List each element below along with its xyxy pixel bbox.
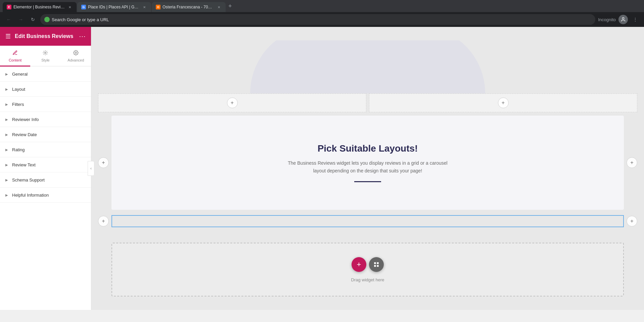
widget-container: Pick Suitable Layouts! The Business Revi… (111, 116, 624, 210)
add-col-right-button[interactable]: + (498, 97, 509, 108)
tab-favicon-places: G (81, 5, 86, 9)
svg-rect-4 (374, 262, 376, 264)
grid-icon[interactable]: ⋯ (79, 32, 86, 40)
accordion-rating-label: Rating (12, 147, 25, 152)
app-layout: ☰ Edit Business Reviews ⋯ Content (0, 27, 644, 310)
incognito-icon (618, 15, 628, 24)
empty-column-left: + (98, 93, 366, 112)
chevron-filters: ▶ (5, 103, 8, 106)
back-button[interactable]: ← (4, 15, 13, 24)
tab-favicon-elementor: E (7, 5, 11, 9)
forward-button[interactable]: → (16, 15, 26, 24)
tab-title-elementor: Elementor | Business Reviews (13, 5, 65, 9)
hamburger-icon[interactable]: ☰ (5, 33, 11, 40)
browser-menu[interactable]: ⋮ (631, 15, 640, 24)
svg-point-3 (75, 52, 77, 53)
tab-content[interactable]: Content (0, 46, 30, 67)
chevron-layout: ▶ (5, 87, 8, 91)
svg-point-1 (622, 17, 624, 19)
accordion-review-date[interactable]: ▶ Review Date (0, 127, 91, 142)
sidebar-tabs: Content Style Advanced (0, 46, 91, 67)
chevron-review-text: ▶ (5, 163, 8, 167)
accordion-filters-label: Filters (12, 102, 24, 107)
tab-places[interactable]: G Place IDs | Places API | Google... ✕ (77, 2, 151, 12)
accordion-review-date-label: Review Date (12, 132, 37, 137)
active-element[interactable] (111, 215, 624, 227)
add-widget-button[interactable]: + (352, 257, 366, 272)
widget-row: + Pick Suitable Layouts! The Business Re… (98, 116, 637, 210)
style-icon (43, 50, 48, 57)
add-active-left-button[interactable]: + (98, 216, 109, 227)
new-tab-button[interactable]: + (226, 3, 234, 10)
svg-rect-7 (377, 265, 379, 267)
sidebar: ☰ Edit Business Reviews ⋯ Content (0, 27, 91, 310)
tab-title-osteria: Osteria Francescana - 705 Photo... (163, 5, 214, 9)
add-col-left-button[interactable]: + (227, 97, 238, 108)
svg-rect-6 (374, 265, 376, 267)
add-active-right-button[interactable]: + (627, 216, 637, 227)
chevron-helpful-info: ▶ (5, 193, 8, 197)
sidebar-header: ☰ Edit Business Reviews ⋯ (0, 27, 91, 46)
tab-close-places[interactable]: ✕ (142, 4, 147, 10)
tab-close-elementor[interactable]: ✕ (67, 4, 73, 10)
accordion-helpful-info[interactable]: ▶ Helpful Information (0, 188, 91, 203)
tab-style-label: Style (41, 58, 49, 62)
drop-zone[interactable]: + Drag widget here (111, 243, 624, 296)
tab-bar: E Elementor | Business Reviews ✕ G Place… (0, 0, 644, 12)
accordion-schema-support-label: Schema Support (12, 177, 45, 183)
add-left-section-button[interactable]: + (98, 157, 109, 168)
accordion-layout-label: Layout (12, 87, 25, 92)
drop-zone-buttons: + (352, 257, 384, 272)
chevron-review-date: ▶ (5, 133, 8, 136)
accordion-list: ▶ General ▶ Layout ▶ Filters ▶ Rev (0, 67, 91, 203)
chevron-schema-support: ▶ (5, 178, 8, 182)
omnibar-url: Search Google or type a URL (52, 17, 591, 22)
accordion-reviewer-info-label: Reviewer Info (12, 117, 39, 122)
accordion-layout[interactable]: ▶ Layout (0, 82, 91, 97)
accordion-reviewer-info[interactable]: ▶ Reviewer Info (0, 112, 91, 127)
svg-point-2 (45, 52, 46, 53)
omnibar[interactable]: Search Google or type a URL (40, 14, 595, 25)
tab-title-places: Place IDs | Places API | Google... (88, 5, 140, 9)
sidebar-title: Edit Business Reviews (15, 33, 73, 39)
refresh-button[interactable]: ↻ (28, 15, 38, 24)
tab-close-osteria[interactable]: ✕ (216, 4, 222, 10)
add-right-section-button[interactable]: + (627, 157, 637, 168)
svg-rect-5 (377, 262, 379, 264)
omnibar-row: ← → ↻ Search Google or type a URL Incogn… (0, 12, 644, 27)
drag-widget-text: Drag widget here (351, 277, 384, 282)
active-row: + + (98, 215, 637, 227)
widget-description: The Business Reviews widget lets you dis… (284, 159, 452, 174)
sidebar-header-left: ☰ Edit Business Reviews (5, 33, 73, 40)
empty-column-right: + (369, 93, 637, 112)
sidebar-collapse-handle[interactable]: ‹ (88, 161, 94, 176)
grid-widget-button[interactable] (369, 257, 384, 272)
accordion-general-label: General (12, 72, 28, 77)
tab-favicon-osteria: O (156, 5, 160, 9)
tab-advanced-label: Advanced (67, 58, 84, 62)
tab-advanced[interactable]: Advanced (61, 46, 91, 67)
incognito-text: Incognito (598, 17, 616, 22)
tab-elementor[interactable]: E Elementor | Business Reviews ✕ (3, 2, 77, 12)
accordion-review-text[interactable]: ▶ Review Text (0, 157, 91, 172)
chevron-reviewer-info: ▶ (5, 118, 8, 121)
canvas-area: + + + Pick Suitable Layouts! The Busines… (91, 27, 644, 310)
drop-zone-wrapper: + Drag widget here (98, 233, 637, 296)
svg-point-0 (46, 18, 48, 21)
tab-content-label: Content (9, 58, 22, 62)
incognito-area: Incognito ⋮ (598, 15, 640, 24)
accordion-review-text-label: Review Text (12, 162, 36, 167)
accordion-filters[interactable]: ▶ Filters (0, 97, 91, 112)
accordion-general[interactable]: ▶ General (0, 67, 91, 82)
tab-style[interactable]: Style (30, 46, 60, 67)
accordion-rating[interactable]: ▶ Rating (0, 142, 91, 157)
columns-row: + + (98, 93, 637, 112)
accordion-helpful-info-label: Helpful Information (12, 193, 49, 198)
arch-bg (250, 40, 485, 93)
widget-divider (354, 181, 381, 182)
advanced-icon (73, 50, 79, 57)
widget-headline: Pick Suitable Layouts! (318, 143, 418, 154)
tab-osteria[interactable]: O Osteria Francescana - 705 Photo... ✕ (152, 2, 226, 12)
accordion-schema-support[interactable]: ▶ Schema Support (0, 172, 91, 188)
omnibar-favicon (44, 17, 50, 22)
